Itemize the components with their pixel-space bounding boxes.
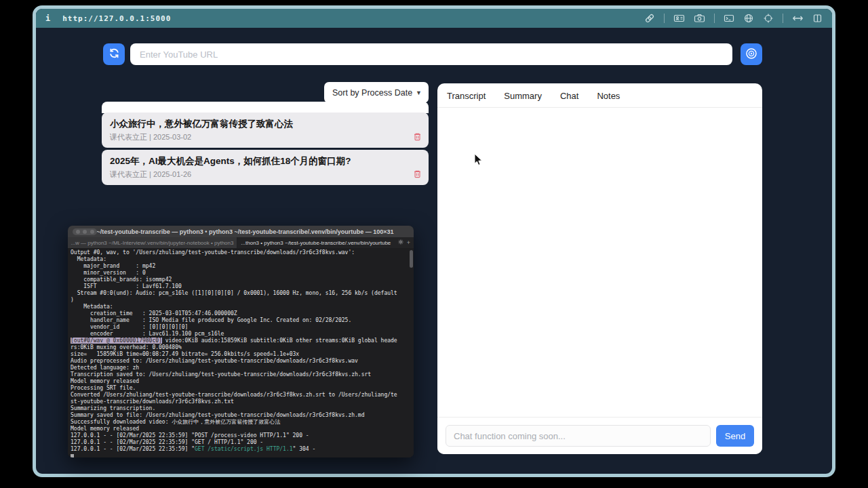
terminal-line: creation_time : 2025-03-01T05:47:46.0000… (71, 310, 411, 317)
sort-dropdown-label: Sort by Process Date (332, 88, 412, 98)
chat-input[interactable] (446, 425, 711, 447)
address-url[interactable]: http://127.0.0.1:5000 (62, 14, 171, 23)
toolbar-divider (664, 14, 665, 23)
terminal-tab-yourtube[interactable]: ...thon3 • python3 ~/test-youtube-transc… (237, 237, 395, 248)
terminal-line: Transcription saved to: /Users/zhuliang/… (71, 371, 411, 378)
terminal-line (71, 453, 411, 458)
terminal-line: Successfully downloaded video: 小众旅行中，意外被… (71, 419, 411, 426)
camera-icon[interactable] (694, 13, 705, 24)
video-list-item[interactable]: 2025年，AI最大机会是Agents，如何抓住18个月的窗口期?课代表立正 |… (102, 150, 429, 185)
toolbar-divider (714, 14, 715, 23)
delete-trash-icon[interactable] (413, 169, 422, 178)
terminal-line: ISFT : Lavf61.7.100 (71, 283, 411, 290)
terminal-line: 127.0.0.1 - - [02/Mar/2025 22:35:59] "GE… (71, 439, 411, 446)
terminal-line: Audio preprocessed to: /Users/zhuliang/t… (71, 358, 411, 365)
terminal-window[interactable]: ~/test-youtube-transcribe — python3 • py… (68, 226, 414, 458)
chat-footer: Send (437, 417, 762, 454)
terminal-line: Metadata: (71, 304, 411, 310)
toolbar-divider (783, 14, 783, 23)
video-list-item[interactable]: 小众旅行中，意外被亿万富翁传授了致富心法课代表立正 | 2025-03-02 (102, 113, 429, 148)
terminal-line: encoder : Lavc61.19.100 pcm_s16le (71, 331, 411, 338)
info-icon[interactable]: i (45, 14, 50, 23)
terminal-tabbar: ...w — python3 ~/ML-Interview/.venv/bin/… (68, 237, 414, 248)
browser-toolbar (644, 13, 823, 24)
refresh-button[interactable] (103, 43, 125, 65)
terminal-line: 127.0.0.1 - - [02/Mar/2025 22:35:59] "GE… (71, 446, 411, 453)
terminal-line: size= 15859KiB time=00:08:27.49 bitrate=… (71, 351, 411, 358)
window-traffic-lights[interactable] (73, 228, 97, 235)
terminal-title: ~/test-youtube-transcribe — python3 • py… (68, 228, 414, 235)
tab-summary[interactable]: Summary (504, 91, 542, 101)
refresh-icon (108, 47, 120, 61)
terminal-line: Summary saved to file: /Users/zhuliang/t… (71, 412, 411, 419)
terminal-titlebar[interactable]: ~/test-youtube-transcribe — python3 • py… (68, 226, 414, 237)
gear-icon[interactable] (398, 239, 403, 246)
terminal-window-icon[interactable] (724, 13, 734, 24)
link-icon[interactable] (644, 13, 655, 24)
split-pane-icon[interactable] (812, 13, 823, 24)
delete-trash-icon[interactable] (413, 131, 422, 140)
panel-tabs: TranscriptSummaryChatNotes (437, 83, 762, 108)
terminal-line: handler_name : ISO Media file produced b… (71, 317, 411, 324)
crosshair-icon[interactable] (763, 13, 774, 24)
browser-topbar: i http://127.0.0.1:5000 (36, 9, 832, 28)
terminal-line: Output #0, wav, to '/Users/zhuliang/test… (71, 249, 411, 256)
list-item-partial (102, 102, 429, 113)
send-button[interactable]: Send (716, 425, 754, 447)
tab-notes[interactable]: Notes (597, 91, 620, 101)
terminal-line: Model memory released (71, 426, 411, 432)
video-title: 2025年，AI最大机会是Agents，如何抓住18个月的窗口期? (102, 150, 429, 167)
video-meta: 课代表立正 | 2025-03-02 (102, 130, 429, 142)
chevron-down-icon: ▼ (416, 89, 422, 96)
terminal-line: rs:0KiB muxing overhead: 0.000480% (71, 344, 411, 351)
terminal-line: [out#0/wav @ 0x6000017980c0] video:0KiB … (71, 338, 411, 344)
terminal-line: ) (71, 297, 411, 304)
terminal-line: vendor_id : [0][0][0][0] (71, 324, 411, 331)
youtube-url-input[interactable] (130, 43, 732, 65)
terminal-line: minor_version : 0 (71, 270, 411, 277)
terminal-line: Stream #0:0(und): Audio: pcm_s16le ([1][… (71, 290, 411, 297)
terminal-line: Processing SRT file. (71, 385, 411, 392)
terminal-line: Summarizing transcription. (71, 405, 411, 412)
tab-transcript[interactable]: Transcript (447, 91, 486, 101)
video-title: 小众旅行中，意外被亿万富翁传授了致富心法 (102, 113, 429, 130)
terminal-scrollbar[interactable] (410, 250, 413, 268)
terminal-tab-tools: + (395, 237, 414, 248)
process-video-button[interactable] (741, 43, 762, 65)
video-meta: 课代表立正 | 2025-01-26 (102, 167, 429, 180)
result-panel: TranscriptSummaryChatNotes Send (437, 83, 762, 454)
screen: i http://127.0.0.1:5000 Sort by P (0, 0, 868, 488)
resize-horizontal-icon[interactable] (792, 13, 804, 24)
terminal-line: st-youtube-transcribe/downloads/r3r6c3f8… (71, 399, 411, 405)
terminal-tab-jupyter[interactable]: ...w — python3 ~/ML-Interview/.venv/bin/… (68, 237, 237, 248)
sort-dropdown[interactable]: Sort by Process Date ▼ (324, 82, 429, 103)
terminal-output[interactable]: Output #0, wav, to '/Users/zhuliang/test… (68, 248, 414, 458)
terminal-line: Detected language: zh (71, 365, 411, 371)
terminal-line: 127.0.0.1 - - [02/Mar/2025 22:35:59] "PO… (71, 432, 411, 439)
terminal-line: major_brand : mp42 (71, 263, 411, 270)
terminal-line: Model memory released (71, 378, 411, 385)
tab-chat[interactable]: Chat (560, 91, 578, 101)
new-tab-button[interactable]: + (407, 239, 410, 246)
id-card-icon[interactable] (673, 13, 685, 24)
play-circle-icon (745, 47, 757, 62)
terminal-line: Converted /Users/zhuliang/test-youtube-t… (71, 392, 411, 399)
terminal-line: compatible_brands: isommp42 (71, 277, 411, 283)
globe-icon[interactable] (743, 13, 754, 24)
terminal-line: Metadata: (71, 256, 411, 263)
